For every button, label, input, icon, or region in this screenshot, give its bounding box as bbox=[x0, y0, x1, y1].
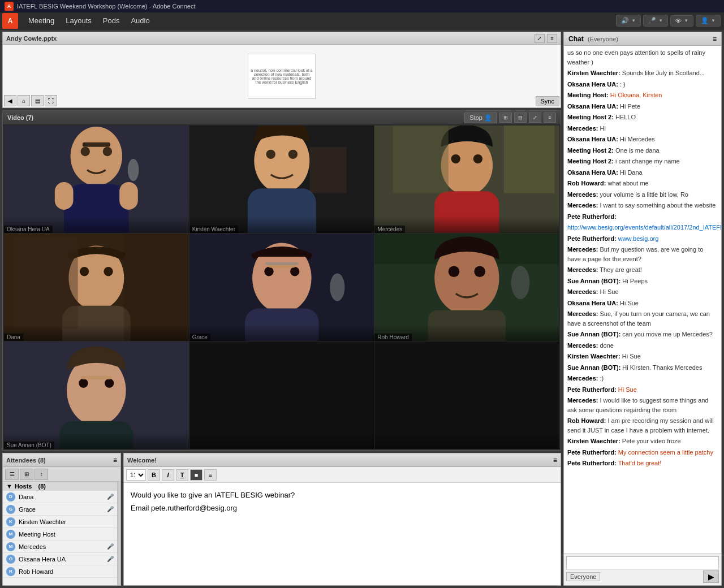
svg-point-50 bbox=[79, 379, 88, 388]
attendees-scrollbar[interactable] bbox=[117, 482, 120, 585]
attendees-list: ▼ Hosts (8) D Dana 🎤 G Grace bbox=[3, 482, 117, 585]
video-cell-rob: Rob Howard bbox=[374, 234, 559, 341]
attendee-grace[interactable]: G Grace 🎤 bbox=[3, 503, 117, 516]
menu-pods[interactable]: Pods bbox=[97, 14, 126, 27]
svg-point-18 bbox=[441, 136, 493, 195]
attendee-sort-btn[interactable]: ↕ bbox=[35, 469, 48, 480]
attendee-mercedes[interactable]: M Mercedes 🎤 bbox=[3, 541, 117, 553]
stop-button[interactable]: Stop 👤 bbox=[464, 113, 497, 123]
chat-link[interactable]: http://www.besig.org/events/default/all/… bbox=[567, 224, 721, 231]
attendee-name-mercedes: Mercedes bbox=[19, 543, 104, 550]
video-header: Video (7) Stop 👤 ⊞ ⊟ ⤢ ≡ bbox=[3, 111, 561, 124]
svg-rect-49 bbox=[59, 421, 133, 449]
share-button[interactable]: 👤 ▼ bbox=[696, 15, 721, 27]
video-cell-sue: Sue Annan (BOT) bbox=[4, 341, 189, 449]
attendees-menu-icon[interactable]: ≡ bbox=[113, 456, 117, 464]
left-column: Andy Cowle.pptx ⤢ ≡ a neutral, non-comme… bbox=[0, 29, 563, 588]
svg-rect-52 bbox=[81, 376, 113, 380]
chat-bottom: Everyone ▶ bbox=[564, 570, 721, 585]
attendee-name-rob: Rob Howard bbox=[19, 568, 114, 575]
attendee-oksana[interactable]: O Oksana Hera UA 🎤 bbox=[3, 553, 117, 565]
chat-message: Kirsten Waechter: Hi Sue bbox=[567, 352, 718, 361]
chat-message: Oksana Hera UA: Hi Sue bbox=[567, 299, 718, 308]
menu-layouts[interactable]: Layouts bbox=[60, 14, 97, 27]
italic-btn[interactable]: I bbox=[162, 469, 174, 481]
presentation-header: Andy Cowle.pptx ⤢ ≡ bbox=[3, 32, 561, 45]
grid-layout-btn[interactable]: ⊞ bbox=[499, 113, 512, 123]
svg-point-46 bbox=[511, 266, 530, 299]
svg-point-39 bbox=[330, 273, 344, 301]
hosts-section[interactable]: ▼ Hosts (8) bbox=[3, 482, 117, 491]
svg-point-51 bbox=[105, 379, 114, 388]
menu-meeting[interactable]: Meeting bbox=[23, 14, 60, 27]
attendee-avatar-meetinghost: M bbox=[6, 530, 15, 539]
ppt-preview: a neutral, non-commercial look at a sele… bbox=[248, 54, 316, 99]
attendee-avatar-dana: D bbox=[6, 492, 15, 501]
chat-message: Meeting Host: Hi Oksana, Kirsten bbox=[567, 90, 718, 100]
chat-message: Sue Annan (BOT): can you move me up Merc… bbox=[567, 330, 718, 339]
prev-slide-btn[interactable]: ◀ bbox=[4, 95, 16, 106]
video-cell-grace: Grace bbox=[189, 234, 374, 341]
svg-point-44 bbox=[449, 266, 460, 277]
svg-point-13 bbox=[266, 150, 275, 159]
bold-btn[interactable]: B bbox=[148, 469, 160, 481]
attendees-toolbar: ☰ ⊞ ↕ bbox=[3, 467, 120, 482]
chat-message: Oksana Hera UA: Hi Pete bbox=[567, 102, 718, 111]
title-bar: A IATEFL BESIG Weekend Workshop (Welcome… bbox=[0, 0, 724, 12]
camera-button[interactable]: 👁 ▼ bbox=[670, 15, 693, 27]
attendee-rob[interactable]: R Rob Howard bbox=[3, 565, 117, 578]
video-label-grace: Grace bbox=[189, 334, 210, 341]
svg-rect-3 bbox=[55, 182, 74, 210]
filmstrip-btn[interactable]: ▤ bbox=[31, 95, 44, 106]
chat-input[interactable] bbox=[566, 556, 719, 569]
chat-message: Mercedes: Sue, if you turn on your camer… bbox=[567, 309, 718, 328]
video-controls: Stop 👤 ⊞ ⊟ ⤢ ≡ bbox=[464, 113, 556, 123]
mic-button[interactable]: 🎤 ▼ bbox=[643, 15, 668, 27]
chat-message: Mercedes: Hi Sue bbox=[567, 287, 718, 297]
content-area: Andy Cowle.pptx ⤢ ≡ a neutral, non-comme… bbox=[0, 29, 724, 588]
underline-btn[interactable]: T bbox=[176, 469, 188, 481]
adobe-icon: A bbox=[5, 2, 14, 11]
home-btn[interactable]: ⌂ bbox=[18, 95, 30, 106]
presentation-header-icons: ⤢ ≡ bbox=[535, 34, 557, 43]
attendee-dana[interactable]: D Dana 🎤 bbox=[3, 491, 117, 503]
speaker-button[interactable]: 🔊 ▼ bbox=[616, 15, 641, 27]
svg-point-36 bbox=[290, 267, 299, 276]
chat-message: Kirsten Waechter: Pete your video froze bbox=[567, 436, 718, 446]
video-menu-btn[interactable]: ≡ bbox=[544, 113, 556, 123]
attendee-avatar-grace: G bbox=[6, 505, 15, 514]
svg-point-28 bbox=[80, 267, 89, 276]
svg-point-21 bbox=[473, 154, 482, 163]
video-cell-mercedes: Mercedes bbox=[374, 126, 559, 233]
attendee-kirsten[interactable]: K Kirsten Waechter bbox=[3, 516, 117, 528]
video-label-dana: Dana bbox=[4, 334, 23, 341]
video-panel: Video (7) Stop 👤 ⊞ ⊟ ⤢ ≡ bbox=[2, 110, 561, 451]
chat-message: Pete Rutherford: That'd be great! bbox=[567, 459, 718, 468]
chat-input-area: Everyone ▶ bbox=[564, 554, 721, 585]
list-btn[interactable]: ≡ bbox=[204, 469, 217, 481]
chat-message: Mercedes: :) bbox=[567, 374, 718, 383]
expand-icon[interactable]: ⤢ bbox=[535, 34, 545, 43]
attendee-list-view-btn[interactable]: ☰ bbox=[5, 469, 19, 480]
attendee-grid-view-btn[interactable]: ⊞ bbox=[20, 469, 33, 480]
welcome-toolbar: 11 B I T ■ ≡ bbox=[124, 467, 561, 483]
chat-message: Pete Rutherford: My connection seem a li… bbox=[567, 448, 718, 457]
welcome-menu-icon[interactable]: ≡ bbox=[553, 456, 557, 464]
film-layout-btn[interactable]: ⊟ bbox=[514, 113, 527, 123]
menu-audio[interactable]: Audio bbox=[125, 14, 155, 27]
video-label-mercedes: Mercedes bbox=[374, 226, 405, 233]
attendee-meetinghost[interactable]: M Meeting Host bbox=[3, 528, 117, 541]
send-button[interactable]: ▶ bbox=[703, 570, 719, 583]
chat-message: http://www.besig.org/events/default/all/… bbox=[567, 223, 718, 232]
chat-menu-icon[interactable]: ≡ bbox=[713, 35, 717, 43]
chat-link[interactable]: www.besig.org bbox=[617, 235, 659, 242]
welcome-title: Welcome! bbox=[127, 457, 157, 464]
fullscreen-btn[interactable]: ⛶ bbox=[45, 95, 57, 106]
font-size-select[interactable]: 11 bbox=[126, 469, 146, 481]
sync-button[interactable]: Sync bbox=[536, 96, 559, 106]
expand-video-btn[interactable]: ⤢ bbox=[529, 113, 541, 123]
chat-message: Mercedes: They are great! bbox=[567, 265, 718, 275]
color-btn[interactable]: ■ bbox=[190, 469, 202, 481]
menu-icon[interactable]: ≡ bbox=[547, 34, 557, 43]
svg-rect-7 bbox=[83, 142, 110, 147]
